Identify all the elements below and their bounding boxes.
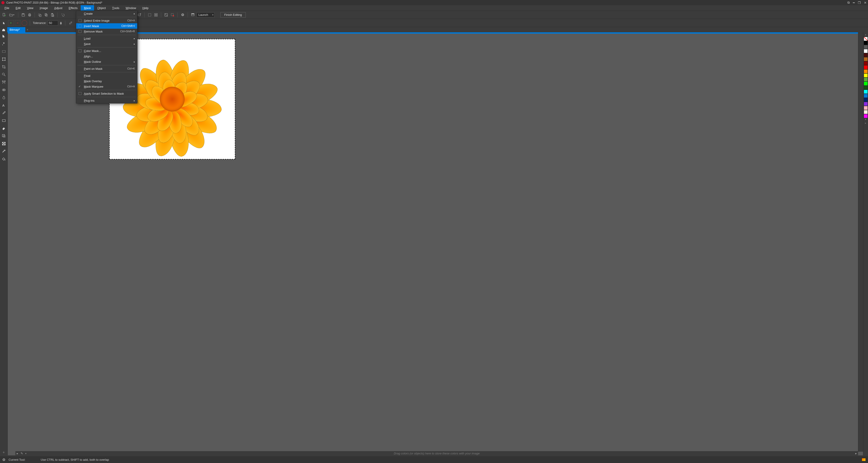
launch-dropdown[interactable]: Launch bbox=[196, 12, 215, 18]
cut-button[interactable] bbox=[37, 12, 42, 18]
color-swatch[interactable] bbox=[864, 114, 868, 118]
tray-prev-icon[interactable]: ▸ bbox=[17, 452, 18, 455]
export-button[interactable] bbox=[137, 12, 142, 18]
save-button[interactable] bbox=[21, 12, 26, 18]
brush-tool[interactable] bbox=[1, 110, 7, 116]
tolerance-stepper[interactable]: ▲▼ bbox=[59, 22, 62, 25]
mask-mode-subtract[interactable]: − bbox=[15, 20, 20, 26]
popup-icon[interactable]: ⧉ bbox=[847, 1, 850, 4]
color-swatch[interactable] bbox=[864, 90, 868, 94]
menu-item-select-entire-image[interactable]: Select Entire ImageCtrl+A bbox=[76, 18, 137, 23]
palette-scroll-up[interactable]: ▴ bbox=[865, 33, 866, 37]
color-swatch[interactable] bbox=[864, 53, 868, 57]
menu-effects[interactable]: Effects bbox=[66, 5, 81, 11]
menu-item-float[interactable]: Float bbox=[76, 73, 137, 78]
color-proof-icon[interactable] bbox=[862, 458, 866, 461]
menu-item-remove-mask[interactable]: Remove MaskCtrl+Shift+R bbox=[76, 29, 137, 34]
menu-window[interactable]: Window bbox=[123, 5, 139, 11]
menu-image[interactable]: Image bbox=[37, 5, 51, 11]
crop-tool[interactable] bbox=[1, 64, 7, 70]
menu-item-apply-smart-selection-to-mask[interactable]: Apply Smart Selection to Mask bbox=[76, 91, 137, 96]
mask-mode-overlap[interactable] bbox=[22, 20, 27, 26]
menu-adjust[interactable]: Adjust bbox=[51, 5, 66, 11]
app-launcher-icon[interactable] bbox=[190, 12, 195, 18]
show-mask-button[interactable] bbox=[147, 12, 152, 18]
menu-item-mask-outline[interactable]: Mask Outline▸ bbox=[76, 59, 137, 64]
red-eye-tool[interactable] bbox=[1, 87, 7, 93]
menu-tools[interactable]: Tools bbox=[109, 5, 123, 11]
menu-item-load[interactable]: Load▸ bbox=[76, 36, 137, 41]
color-swatch[interactable] bbox=[864, 45, 868, 49]
remove-mask-button[interactable] bbox=[170, 12, 175, 18]
tray-eyedropper-icon[interactable]: ✎ bbox=[21, 452, 23, 455]
transform-mask-tool[interactable] bbox=[1, 56, 7, 62]
color-swatch[interactable] bbox=[864, 61, 868, 65]
palette-menu[interactable]: ▸ bbox=[865, 122, 866, 125]
menu-help[interactable]: Help bbox=[139, 5, 152, 11]
color-swatch[interactable] bbox=[864, 102, 868, 106]
mask-mode-add[interactable]: + bbox=[8, 20, 13, 26]
color-swatch[interactable] bbox=[864, 94, 868, 98]
rectangle-mask-tool[interactable] bbox=[1, 48, 7, 55]
color-tray[interactable]: ▸ ✎ ▾ Drag colors (or objects) here to s… bbox=[16, 451, 858, 455]
feather-icon[interactable] bbox=[68, 20, 73, 26]
color-swatch[interactable] bbox=[864, 73, 868, 77]
dropshadow-tool[interactable] bbox=[1, 133, 7, 139]
menu-item-save[interactable]: Save▸ bbox=[76, 41, 137, 46]
home-tab[interactable] bbox=[0, 27, 7, 32]
menu-item-mask-marquee[interactable]: Mask MarqueeCtrl+H bbox=[76, 84, 137, 89]
options-button[interactable]: ⚙ bbox=[180, 12, 185, 18]
color-swatch[interactable] bbox=[864, 98, 868, 102]
new-document-button[interactable]: + bbox=[1, 12, 7, 18]
pick-tool[interactable] bbox=[1, 33, 7, 39]
color-swatch[interactable] bbox=[864, 110, 868, 114]
color-swatch[interactable] bbox=[864, 86, 868, 90]
clone-tool[interactable] bbox=[1, 79, 7, 85]
customize-toolbox[interactable]: + bbox=[1, 450, 7, 455]
minimize-button[interactable]: ━ bbox=[853, 1, 855, 4]
menu-item-align[interactable]: Align... bbox=[76, 54, 137, 59]
add-tab-button[interactable]: + bbox=[25, 27, 30, 32]
tolerance-input[interactable] bbox=[48, 21, 58, 26]
copy-button[interactable] bbox=[43, 12, 49, 18]
menu-object[interactable]: Object bbox=[94, 5, 109, 11]
color-swatch[interactable] bbox=[864, 106, 868, 110]
maximize-button[interactable]: ❐ bbox=[858, 1, 861, 4]
print-button[interactable] bbox=[27, 12, 32, 18]
vertical-scrollbar[interactable] bbox=[858, 32, 863, 452]
smart-selection-tool[interactable] bbox=[1, 41, 7, 47]
undo-button[interactable] bbox=[60, 12, 65, 18]
document-tab[interactable]: Bitmap* bbox=[7, 27, 25, 32]
eraser-tool[interactable] bbox=[1, 125, 7, 131]
menu-edit[interactable]: Edit bbox=[12, 5, 24, 11]
settings-icon[interactable]: ⚙ bbox=[2, 458, 5, 462]
menu-mask[interactable]: Mask bbox=[81, 5, 94, 11]
paste-button[interactable] bbox=[50, 12, 55, 18]
mask-mode-normal[interactable] bbox=[1, 20, 7, 26]
text-tool[interactable]: A bbox=[1, 102, 7, 108]
open-button[interactable]: ▾ bbox=[8, 12, 16, 18]
transparency-tool[interactable] bbox=[1, 141, 7, 146]
color-swatch[interactable] bbox=[864, 77, 868, 81]
color-swatch[interactable] bbox=[864, 57, 868, 61]
color-swatch[interactable] bbox=[864, 37, 868, 41]
menu-item-mask-overlay[interactable]: Mask Overlay bbox=[76, 78, 137, 84]
tray-menu-icon[interactable]: ▾ bbox=[25, 452, 26, 455]
menu-view[interactable]: View bbox=[24, 5, 36, 11]
menu-file[interactable]: File bbox=[1, 5, 12, 11]
color-swatch[interactable] bbox=[864, 65, 868, 69]
fill-tool[interactable] bbox=[1, 156, 7, 162]
mask-overlay-button[interactable] bbox=[153, 12, 159, 18]
color-swatch[interactable] bbox=[864, 69, 868, 73]
color-swatch[interactable] bbox=[864, 41, 868, 45]
menu-item-invert-mask[interactable]: Invert MaskCtrl+Shift+I bbox=[76, 23, 137, 29]
close-button[interactable]: ✕ bbox=[864, 1, 867, 4]
menu-item-color-mask[interactable]: Color Mask... bbox=[76, 48, 137, 54]
color-swatch[interactable] bbox=[864, 81, 868, 86]
tray-next-icon[interactable]: ▸ bbox=[855, 452, 857, 455]
zoom-tool[interactable] bbox=[1, 72, 7, 77]
rectangle-tool[interactable] bbox=[1, 118, 7, 124]
eyedropper-tool[interactable] bbox=[1, 148, 7, 154]
menu-item-paint-on-mask[interactable]: Paint on MaskCtrl+K bbox=[76, 66, 137, 71]
palette-scroll-down[interactable]: ▾ bbox=[865, 118, 866, 122]
